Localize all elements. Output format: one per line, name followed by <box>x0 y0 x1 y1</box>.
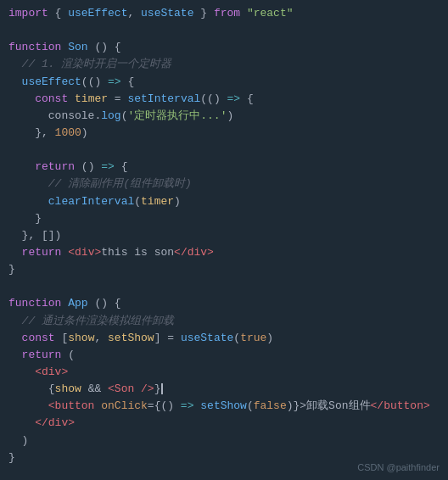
code-line: </div> <box>8 415 440 432</box>
code-line: return <div>this is son</div> <box>8 244 440 261</box>
code-line: return ( <box>8 347 440 364</box>
code-line: <div> <box>8 364 440 381</box>
code-line: }, []) <box>8 227 440 244</box>
code-line: <button onClick={() => setShow(false)}>卸… <box>8 398 440 415</box>
code-line: // 清除副作用(组件卸载时) <box>8 176 440 193</box>
code-line: function Son () { <box>8 39 440 56</box>
code-line <box>8 22 440 39</box>
code-line <box>8 142 440 159</box>
code-line: const [show, setShow] = useState(true) <box>8 330 440 347</box>
code-line: } <box>8 210 440 227</box>
code-editor: import { useEffect, useState } from "rea… <box>0 0 448 480</box>
code-line: }, 1000) <box>8 125 440 142</box>
code-line: {show && <Son />} <box>8 381 440 398</box>
code-line: useEffect(() => { <box>8 74 440 91</box>
footer-attribution: CSDN @paithfinder <box>357 460 440 475</box>
code-line: import { useEffect, useState } from "rea… <box>8 5 440 22</box>
code-line: // 通过条件渲染模拟组件卸载 <box>8 313 440 330</box>
code-block: import { useEffect, useState } from "rea… <box>8 5 440 480</box>
code-line <box>8 278 440 295</box>
code-line: clearInterval(timer) <box>8 193 440 210</box>
code-line: } <box>8 261 440 278</box>
code-line: return () => { <box>8 159 440 176</box>
code-line: const timer = setInterval(() => { <box>8 91 440 108</box>
code-line: // 1. 渲染时开启一个定时器 <box>8 56 440 73</box>
code-line: ) <box>8 433 440 449</box>
code-line: console.log('定时器执行中...') <box>8 108 440 125</box>
code-line: function App () { <box>8 295 440 312</box>
